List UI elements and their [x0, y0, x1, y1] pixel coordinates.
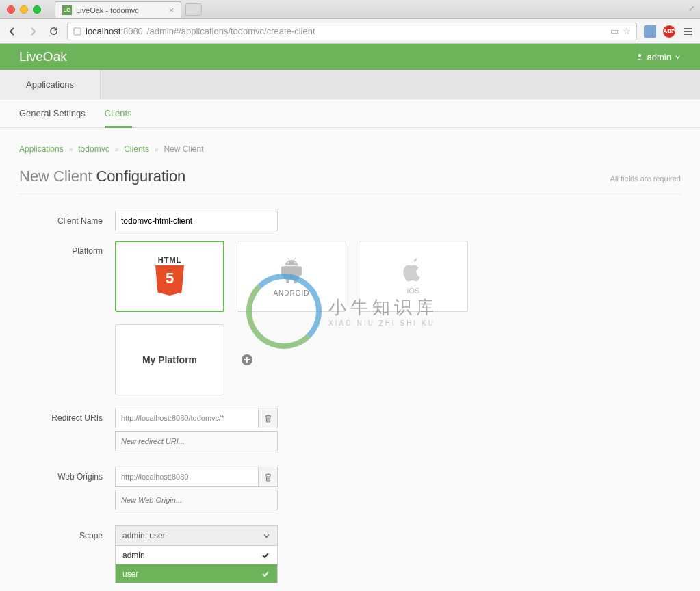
user-menu[interactable]: admin: [636, 52, 681, 62]
breadcrumb-clients[interactable]: Clients: [124, 144, 149, 154]
trash-icon: [264, 473, 272, 482]
breadcrumb-separator: »: [69, 146, 73, 153]
chevron-down-icon: [675, 54, 681, 60]
extension-icon[interactable]: [644, 25, 656, 38]
page-title: New Client Configuration: [19, 168, 185, 185]
required-note: All fields are required: [610, 174, 681, 183]
scope-summary: admin, user: [122, 531, 166, 540]
content-area: Applications » todomvc » Clients » New C…: [0, 128, 700, 591]
user-icon: [636, 53, 644, 61]
window-close-button[interactable]: [7, 5, 15, 14]
tab-applications[interactable]: Applications: [0, 70, 101, 98]
label-redirect-uris: Redirect URIs: [19, 408, 115, 454]
browser-tab[interactable]: LO LiveOak - todomvc ×: [55, 1, 181, 18]
scope-option-user[interactable]: user: [116, 564, 277, 583]
window-expand-icon[interactable]: ⤢: [688, 4, 695, 13]
breadcrumb-separator: »: [155, 146, 159, 153]
window-titlebar: LO LiveOak - todomvc × ⤢: [0, 0, 700, 19]
url-host: localhost:8080: [86, 26, 143, 36]
user-name: admin: [647, 52, 671, 62]
breadcrumb-app-name[interactable]: todomvc: [78, 144, 109, 154]
svg-point-3: [294, 262, 295, 263]
platform-custom[interactable]: My Platform: [115, 324, 224, 395]
web-origin-new-input[interactable]: [115, 490, 278, 510]
android-icon: [276, 257, 307, 287]
url-input[interactable]: localhost:8080 /admin#/applications/todo…: [67, 23, 637, 40]
trash-icon: [264, 414, 272, 423]
scope-option-admin[interactable]: admin: [116, 546, 277, 564]
favicon-icon: LO: [62, 5, 72, 15]
redirect-uri-input-0[interactable]: [115, 408, 259, 428]
browser-toolbar: localhost:8080 /admin#/applications/todo…: [0, 19, 700, 44]
platform-html5[interactable]: HTML: [115, 241, 224, 312]
delete-web-origin-button[interactable]: [259, 467, 278, 487]
label-client-name: Client Name: [19, 211, 115, 231]
scope-dropdown: admin user: [115, 546, 278, 583]
label-web-origins: Web Origins: [19, 467, 115, 513]
app-header: LiveOak admin: [0, 44, 700, 70]
web-origin-input-0[interactable]: [115, 467, 259, 487]
bookmark-star-icon[interactable]: ☆: [623, 26, 631, 36]
apple-icon: [402, 258, 425, 285]
tab-close-icon[interactable]: ×: [168, 5, 174, 15]
window-minimize-button[interactable]: [20, 5, 28, 14]
android-label: ANDROID: [273, 289, 309, 297]
tab-clients[interactable]: Clients: [105, 99, 132, 127]
primary-tabs: Applications: [0, 70, 700, 99]
custom-platform-label: My Platform: [142, 354, 197, 365]
reload-button[interactable]: [47, 25, 60, 38]
page-icon: [73, 27, 81, 36]
brand[interactable]: LiveOak: [19, 49, 67, 64]
reader-mode-icon[interactable]: ▭: [610, 26, 619, 36]
breadcrumb-separator: »: [115, 146, 119, 153]
menu-icon[interactable]: [682, 25, 695, 38]
scope-select[interactable]: admin, user: [115, 525, 278, 546]
new-tab-button[interactable]: [185, 3, 202, 16]
html5-icon: HTML: [149, 256, 190, 297]
label-scope: Scope: [19, 525, 115, 583]
chevron-down-icon: [263, 532, 270, 540]
add-platform-button[interactable]: [237, 350, 257, 370]
tab-title: LiveOak - todomvc: [76, 6, 139, 14]
check-icon: [261, 551, 270, 560]
breadcrumb-current: New Client: [164, 144, 203, 154]
svg-point-2: [287, 262, 289, 263]
ios-label: iOS: [407, 287, 419, 295]
secondary-tabs: General Settings Clients: [0, 99, 700, 128]
client-name-input[interactable]: [115, 211, 278, 231]
platform-android[interactable]: ANDROID: [237, 241, 346, 312]
check-icon: [261, 569, 270, 579]
redirect-uri-new-input[interactable]: [115, 431, 278, 451]
breadcrumb-applications[interactable]: Applications: [19, 144, 64, 154]
svg-rect-0: [74, 28, 81, 35]
forward-button[interactable]: [26, 25, 40, 38]
delete-redirect-uri-button[interactable]: [259, 408, 278, 428]
abp-icon[interactable]: ABP: [663, 25, 675, 38]
url-path: /admin#/applications/todomvc/create-clie…: [147, 26, 315, 36]
svg-point-1: [638, 54, 640, 57]
back-button[interactable]: [5, 25, 19, 38]
tab-general-settings[interactable]: General Settings: [19, 99, 86, 127]
label-platform: Platform: [19, 241, 115, 395]
window-maximize-button[interactable]: [33, 5, 41, 14]
platform-ios[interactable]: iOS: [359, 241, 468, 312]
breadcrumb: Applications » todomvc » Clients » New C…: [19, 144, 681, 154]
